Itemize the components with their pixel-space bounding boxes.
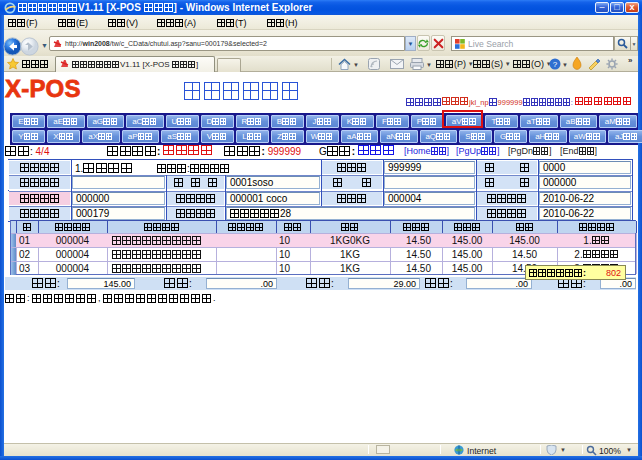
svg-text:?: ? — [553, 60, 558, 69]
